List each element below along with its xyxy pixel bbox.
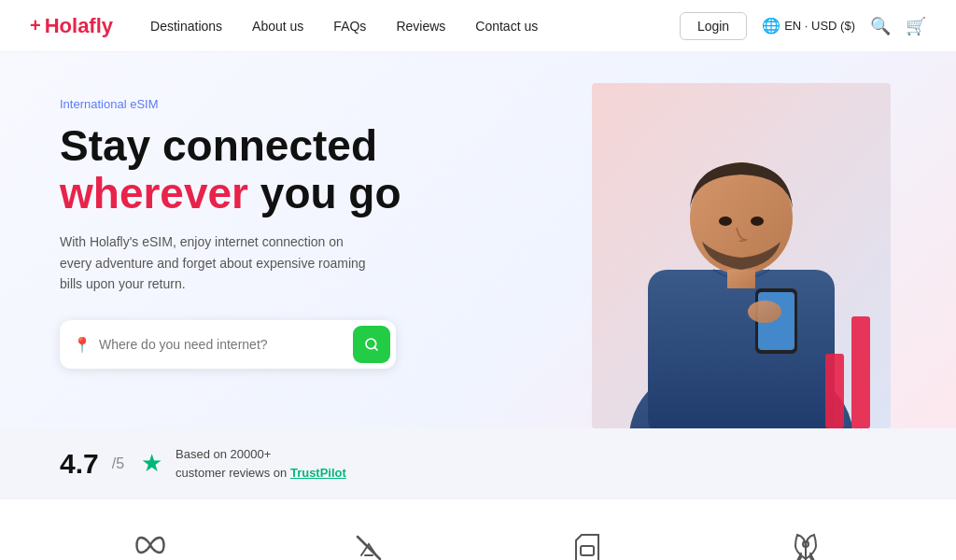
- search-icon[interactable]: 🔍: [870, 16, 891, 36]
- hero-section: International eSIM Stay connected wherev…: [0, 52, 956, 428]
- hero-image-area: [526, 52, 956, 428]
- rating-denom: /5: [112, 455, 124, 472]
- nav-reviews[interactable]: Reviews: [396, 19, 445, 34]
- search-bar: 📍: [60, 320, 396, 369]
- svg-rect-4: [648, 270, 835, 428]
- sim-card-icon: [574, 533, 600, 560]
- nav-faqs[interactable]: FAQs: [333, 19, 366, 34]
- language-selector[interactable]: 🌐 EN · USD ($): [762, 17, 855, 35]
- svg-rect-12: [825, 354, 844, 428]
- hero-title-highlight: wherever: [60, 169, 248, 217]
- main-nav: Destinations About us FAQs Reviews Conta…: [150, 19, 680, 34]
- rating-text: Based on 20000+ customer reviews on Trus…: [176, 445, 346, 482]
- trustpilot-link[interactable]: TrustPilot: [290, 466, 346, 480]
- rating-based-on: Based on 20000+: [176, 447, 271, 461]
- svg-rect-11: [727, 270, 755, 288]
- rocket-icon: [792, 533, 820, 560]
- svg-point-7: [751, 217, 764, 226]
- nav-destinations[interactable]: Destinations: [150, 19, 222, 34]
- header: + Holafly Destinations About us FAQs Rev…: [0, 0, 956, 52]
- logo-plus-icon: +: [30, 15, 41, 36]
- features-section: Unlimited data Get unlimited data plans …: [0, 498, 956, 560]
- lang-label: EN · USD ($): [784, 19, 855, 33]
- hero-badge: International eSIM: [60, 97, 481, 111]
- hero-title-line2: you go: [260, 169, 401, 217]
- hero-subtitle: With Holafly's eSIM, enjoy internet conn…: [60, 231, 377, 294]
- infinity-icon: [132, 533, 169, 560]
- hero-content: International eSIM Stay connected wherev…: [0, 52, 526, 428]
- header-right: Login 🌐 EN · USD ($) 🔍 🛒: [680, 12, 926, 40]
- logo[interactable]: + Holafly: [30, 14, 113, 38]
- svg-rect-15: [581, 546, 594, 555]
- svg-point-10: [748, 301, 781, 323]
- nav-about[interactable]: About us: [252, 19, 303, 34]
- rating-reviews-text: customer reviews on: [176, 466, 287, 480]
- hero-title-line1: Stay connected: [60, 121, 377, 170]
- logo-text: Holafly: [45, 14, 113, 38]
- search-magnifier-icon: [364, 337, 379, 352]
- feature-unlimited-data: Unlimited data Get unlimited data plans …: [45, 525, 256, 560]
- login-button[interactable]: Login: [680, 12, 747, 40]
- search-button[interactable]: [353, 326, 390, 363]
- cart-icon[interactable]: 🛒: [906, 16, 926, 36]
- nav-contact[interactable]: Contact us: [475, 19, 538, 34]
- svg-rect-13: [851, 316, 870, 428]
- search-input[interactable]: [99, 337, 353, 352]
- globe-icon: 🌐: [762, 17, 780, 35]
- feature-keep-sim: Keep your physical SIM Keep your local S…: [482, 525, 693, 560]
- no-roaming-icon: [354, 533, 384, 560]
- svg-line-1: [374, 347, 377, 350]
- pin-icon: 📍: [73, 336, 91, 354]
- feature-no-roaming: No roaming charges Travel and stay conne…: [263, 525, 474, 560]
- feature-easy-install: Easy installation Purchase and setup you…: [700, 525, 911, 560]
- star-icon: ★: [141, 449, 162, 478]
- hero-illustration: [592, 83, 891, 428]
- rating-section: 4.7 /5 ★ Based on 20000+ customer review…: [0, 428, 956, 498]
- features-grid: Unlimited data Get unlimited data plans …: [0, 525, 956, 560]
- hero-title: Stay connected wherever you go: [60, 122, 481, 217]
- svg-point-6: [719, 217, 732, 226]
- rating-score: 4.7: [60, 448, 99, 480]
